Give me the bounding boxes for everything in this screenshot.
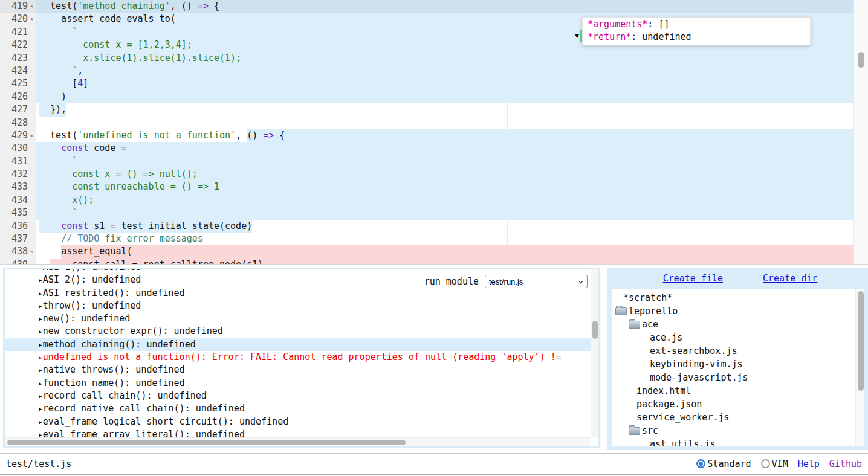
expand-triangle-icon[interactable]: ▸ [38,379,43,388]
editor-scrollbar[interactable] [853,0,868,264]
tree-file-row[interactable]: ast_utils.js [612,437,864,446]
expand-triangle-icon[interactable]: ▸ [38,391,43,400]
gutter-cell[interactable]: 436 [0,220,36,233]
create-file-link[interactable]: Create file [663,273,723,284]
code-line[interactable]: 429▾ test('undefined is not a function',… [0,129,853,142]
gutter-cell[interactable]: 439 [0,259,36,265]
gutter-cell[interactable]: 428 [0,117,36,129]
test-result-row[interactable]: ▸native throws(): undefined [5,364,591,376]
results-vertical-scrollbar-thumb[interactable] [592,321,598,339]
tooltip-entry[interactable]: *return*: undefined [588,31,810,43]
tree-file-row[interactable]: keybinding-vim.js [612,358,864,371]
code-line[interactable]: 439 const call = root_calltree_node(s1) [0,259,853,265]
expand-triangle-icon[interactable]: ▸ [38,314,43,323]
run-module-select[interactable]: test/run.js [485,275,588,288]
test-result-row[interactable]: ▸new constructor expr(): undefined [5,325,591,338]
create-dir-link[interactable]: Create dir [763,273,817,284]
gutter-cell[interactable]: 431 [0,155,36,168]
tree-file-row[interactable]: *scratch* [612,291,864,304]
files-scrollbar[interactable] [855,289,864,446]
gutter-cell[interactable]: 420▾ [0,13,36,25]
expand-triangle-icon[interactable]: ▸ [38,275,43,285]
expand-triangle-icon[interactable]: ▸ [38,327,43,336]
expand-triangle-icon[interactable]: ▸ [38,365,43,375]
gutter-cell[interactable]: 437 [0,233,36,245]
gutter-cell[interactable]: 430 [0,142,36,155]
code-line[interactable]: 438▾ assert_equal( [0,245,853,258]
tree-folder-row[interactable]: leporello [612,304,864,318]
expand-triangle-icon[interactable]: ▸ [38,404,43,413]
code-line[interactable]: 435 ` [0,207,853,219]
test-result-row[interactable]: ▸eval_frame array_literal(): undefined [5,428,591,437]
gutter-cell[interactable]: 423 [0,52,36,65]
help-link[interactable]: Help [798,458,820,469]
tree-file-row[interactable]: ace.js [612,331,864,344]
code-line[interactable]: 431 ` [0,155,853,168]
tree-folder-row[interactable]: src [612,424,864,437]
expand-triangle-icon[interactable]: ▸ [38,430,43,437]
gutter-cell[interactable]: 422 [0,39,36,51]
results-horizontal-scrollbar-thumb[interactable] [7,440,406,445]
test-result-row[interactable]: ▸function name(): undefined [5,377,591,390]
test-result-row[interactable]: ▸ASI_restrited(): undefined [5,287,591,300]
code-line[interactable]: 426 ) [0,91,853,103]
radio-vim-label[interactable]: VIM [772,458,788,469]
gutter-cell[interactable]: 427 [0,103,36,116]
code-line[interactable]: 430 const code = [0,142,853,155]
tree-file-row[interactable]: mode-javascript.js [612,371,864,384]
test-result-row[interactable]: ▸throw(): undefined [5,300,591,312]
tree-file-row[interactable]: ext-searchbox.js [612,344,864,358]
test-result-row[interactable]: ▸record call chain(): undefined [5,390,591,402]
expand-triangle-icon[interactable]: ▸ [38,417,43,426]
test-result-row[interactable]: ▸undefined is not a function(): Error: F… [5,351,591,364]
gutter-cell[interactable]: 424 [0,65,36,77]
expand-triangle-icon[interactable]: ▸ [38,353,43,362]
gutter-cell[interactable]: 429▾ [0,129,36,142]
gutter-cell[interactable]: 425 [0,77,36,90]
results-horizontal-scrollbar[interactable] [5,437,591,446]
radio-standard-label[interactable]: Standard [707,458,751,469]
tooltip-entry[interactable]: *arguments*: [] [588,18,810,31]
test-result-row[interactable]: ▸method chaining(): undefined [5,338,591,351]
code-line[interactable]: 428 [0,117,853,129]
radio-standard-icon[interactable] [696,459,705,468]
code-editor[interactable]: 419▾ test('method chaining', () => {420▾… [0,0,868,265]
file-tree[interactable]: *scratch*leporelloaceace.jsext-searchbox… [612,289,864,446]
code-line[interactable]: 433 const unreachable = () => 1 [0,181,853,193]
tree-folder-row[interactable]: ace [612,318,864,331]
keybinding-standard-option[interactable]: Standard [696,458,751,469]
radio-vim-icon[interactable] [761,459,770,468]
gutter-cell[interactable]: 432 [0,168,36,181]
keybinding-vim-option[interactable]: VIM [761,458,788,469]
test-results-list[interactable]: ▸ASI_1(): undefined▸ASI_2(): undefined▸A… [5,269,591,437]
expand-triangle-icon[interactable]: ▸ [38,289,43,298]
code-line[interactable]: 434 x(); [0,194,853,207]
expand-triangle-icon[interactable]: ▸ [38,301,43,310]
editor-scrollbar-thumb[interactable] [858,52,864,68]
gutter-cell[interactable]: 435 [0,207,36,219]
test-result-row[interactable]: ▸ASI_1(): undefined [5,269,591,274]
test-results-panel[interactable]: ▸ASI_1(): undefined▸ASI_2(): undefined▸A… [3,268,600,448]
tree-file-row[interactable]: service_worker.js [612,411,864,424]
expand-triangle-icon[interactable]: ▸ [38,269,43,272]
gutter-cell[interactable]: 421 [0,26,36,39]
test-result-row[interactable]: ▸eval_frame logical short circuit(): und… [5,416,591,428]
gutter-cell[interactable]: 426 [0,91,36,103]
code-line[interactable]: 427 }), [0,103,853,116]
results-vertical-scrollbar[interactable] [591,269,598,437]
gutter-cell[interactable]: 434 [0,194,36,207]
gutter-cell[interactable]: 433 [0,181,36,193]
collapse-triangle-icon[interactable]: ▼ [575,30,579,42]
code-line[interactable]: 436 const s1 = test_initial_state(code) [0,220,853,233]
files-scrollbar-thumb[interactable] [858,291,864,391]
tree-file-row[interactable]: package.json [612,397,864,411]
github-link[interactable]: Github [829,458,862,469]
tree-file-row[interactable]: index.html [612,384,864,397]
test-result-row[interactable]: ▸new(): undefined [5,312,591,325]
gutter-cell[interactable]: 438▾ [0,245,36,258]
code-line[interactable]: 437 // TODO fix error messages [0,233,853,245]
test-result-row[interactable]: ▸record native call chain(): undefined [5,402,591,415]
code-line[interactable]: 432 const x = () => null(); [0,168,853,181]
gutter-cell[interactable]: 419▾ [0,0,36,13]
expand-triangle-icon[interactable]: ▸ [38,340,43,349]
